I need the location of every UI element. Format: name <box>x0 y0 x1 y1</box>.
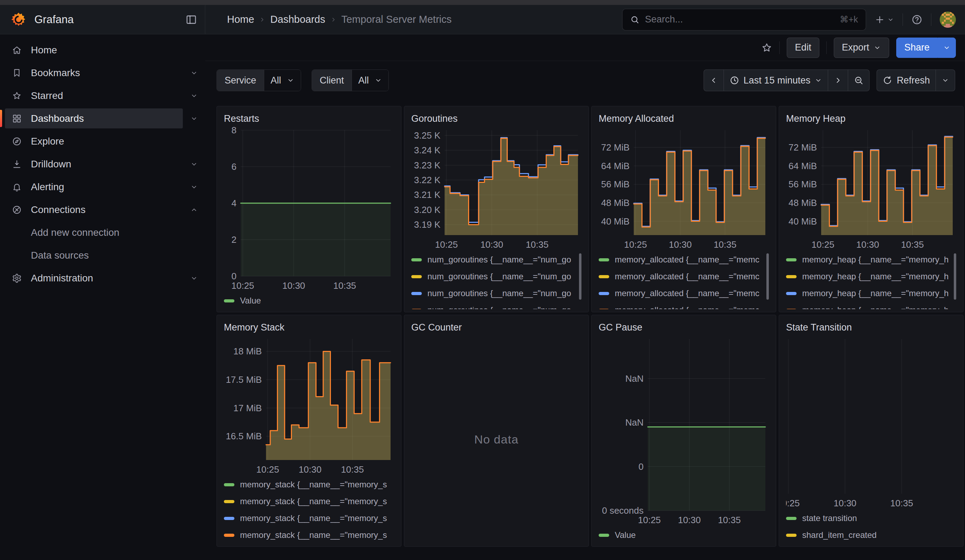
sidebar-collapse-toggle[interactable] <box>183 92 205 100</box>
svg-text:10:35: 10:35 <box>714 239 736 250</box>
time-back-button[interactable] <box>703 70 724 91</box>
sidebar-item-data-sources[interactable]: Data sources <box>5 245 183 265</box>
legend-item[interactable]: memory_stack {__name__="memory_s <box>224 510 394 527</box>
sidebar-row: Add new connection <box>0 222 205 242</box>
svg-text:0 seconds: 0 seconds <box>602 505 644 516</box>
variable-value[interactable]: All <box>264 70 301 91</box>
sidebar-collapse-toggle[interactable] <box>183 69 205 77</box>
variable-dropdown-client[interactable]: ClientAll <box>312 70 389 91</box>
legend-scrollbar[interactable] <box>579 253 581 300</box>
legend-item[interactable]: shard_item_created <box>786 527 956 544</box>
legend-scrollbar[interactable] <box>766 253 769 300</box>
variable-dropdown-service[interactable]: ServiceAll <box>216 70 301 91</box>
panel-title[interactable]: Memory Heap <box>786 111 956 127</box>
edit-button[interactable]: Edit <box>787 38 819 58</box>
sidebar-item-drilldown[interactable]: Drilldown <box>5 154 183 174</box>
legend-series-color <box>786 292 797 295</box>
sidebar-item-dashboards[interactable]: Dashboards <box>5 108 183 129</box>
panel-title[interactable]: GC Counter <box>411 319 581 335</box>
refresh-interval-chevron[interactable] <box>936 70 955 91</box>
search-input[interactable]: Search... ⌘+k <box>622 9 866 31</box>
sidebar-collapse-toggle[interactable] <box>183 274 205 282</box>
legend-item[interactable]: memory_heap {__name__="memory_h <box>786 251 956 268</box>
panel-chart[interactable]: 10:2510:3010:35 <box>786 335 956 510</box>
star-dashboard-button[interactable] <box>761 42 772 53</box>
zoom-out-button[interactable] <box>848 70 870 91</box>
chart-canvas[interactable]: 10:2510:3010:35 <box>786 335 956 510</box>
sidebar-row: Drilldown <box>0 154 205 174</box>
chevron-down-icon <box>943 44 950 52</box>
panel-title[interactable]: Memory Allocated <box>599 111 769 127</box>
breadcrumb-item[interactable]: Dashboards <box>270 14 325 25</box>
legend-item[interactable]: memory_allocated {__name__="memc <box>599 251 769 268</box>
share-menu-chevron[interactable] <box>938 38 956 58</box>
legend-series-color <box>411 258 422 261</box>
panel-legend: Value <box>599 527 769 544</box>
chart-canvas[interactable]: 10:2510:3010:3540 MiB48 MiB56 MiB64 MiB7… <box>786 127 956 251</box>
legend-item[interactable]: memory_allocated {__name__="memc <box>599 302 769 309</box>
legend-item[interactable]: memory_stack {__name__="memory_s <box>224 493 394 510</box>
legend-item[interactable]: memory_heap {__name__="memory_h <box>786 302 956 309</box>
legend-item[interactable]: Value <box>224 292 394 309</box>
share-button[interactable]: Share <box>896 38 938 58</box>
panel-title[interactable]: Memory Stack <box>224 319 394 335</box>
legend-item[interactable]: num_goroutines {__name__="num_go <box>411 268 581 285</box>
sidebar-item-explore[interactable]: Explore <box>5 131 183 151</box>
legend-item[interactable]: memory_stack {__name__="memory_s <box>224 476 394 493</box>
time-forward-button[interactable] <box>828 70 848 91</box>
legend-item[interactable]: num_goroutines {__name__="num_go <box>411 285 581 302</box>
panel-title[interactable]: State Transition <box>786 319 956 335</box>
help-button[interactable] <box>911 14 922 25</box>
sidebar-item-bookmarks[interactable]: Bookmarks <box>5 63 183 83</box>
sidebar-collapse-toggle[interactable] <box>183 160 205 168</box>
sidebar-collapse-toggle[interactable] <box>183 206 205 214</box>
sidebar-item-connections[interactable]: Connections <box>5 200 183 220</box>
help-circle-icon <box>911 14 922 25</box>
svg-text:10:25: 10:25 <box>638 515 661 525</box>
sidebar-item-add-new-connection[interactable]: Add new connection <box>5 222 183 242</box>
legend-item[interactable]: memory_allocated {__name__="memc <box>599 285 769 302</box>
sidebar-item-starred[interactable]: Starred <box>5 86 183 106</box>
time-range-picker[interactable]: Last 15 minutes <box>724 70 829 91</box>
breadcrumb-item[interactable]: Home <box>227 14 254 25</box>
legend-item[interactable]: Value <box>599 527 769 544</box>
panel-chart[interactable]: 10:2510:3010:3540 MiB48 MiB56 MiB64 MiB7… <box>599 127 769 251</box>
refresh-button[interactable]: Refresh <box>877 70 936 91</box>
variable-value[interactable]: All <box>352 70 388 91</box>
sidebar-collapse-toggle[interactable] <box>183 183 205 191</box>
new-create-button[interactable] <box>875 15 894 25</box>
chart-canvas[interactable]: 10:2510:3010:350 seconds0NaNNaN <box>599 335 769 527</box>
chart-canvas[interactable]: 10:2510:3010:3502468 <box>224 127 394 292</box>
legend-item[interactable]: num_goroutines {__name__="num_go <box>411 302 581 309</box>
export-button[interactable]: Export <box>834 38 889 58</box>
panel-chart[interactable]: 10:2510:3010:353.19 K3.20 K3.21 K3.22 K3… <box>411 127 581 251</box>
panel-chart[interactable]: 10:2510:3010:3516.5 MiB17 MiB17.5 MiB18 … <box>224 335 394 476</box>
panel-title[interactable]: Goroutines <box>411 111 581 127</box>
legend-item[interactable]: num_goroutines {__name__="num_go <box>411 251 581 268</box>
user-avatar[interactable] <box>940 11 956 28</box>
legend-item[interactable]: state transition <box>786 510 956 527</box>
panel-chart[interactable]: 10:2510:3010:3540 MiB48 MiB56 MiB64 MiB7… <box>786 127 956 251</box>
legend-item[interactable]: memory_heap {__name__="memory_h <box>786 268 956 285</box>
sidebar-item-alerting[interactable]: Alerting <box>5 177 183 197</box>
sidebar-item-label: Add new connection <box>31 227 119 238</box>
legend-scrollbar[interactable] <box>954 253 956 300</box>
legend-item[interactable]: memory_allocated {__name__="memc <box>599 268 769 285</box>
drilldown-icon <box>12 159 22 169</box>
panel-chart[interactable]: 10:2510:3010:350 seconds0NaNNaN <box>599 335 769 527</box>
sidebar-collapse-toggle[interactable] <box>183 115 205 122</box>
legend-series-color <box>224 500 234 503</box>
chart-canvas[interactable]: 10:2510:3010:3516.5 MiB17 MiB17.5 MiB18 … <box>224 335 394 476</box>
legend-series-color <box>224 299 234 302</box>
chart-canvas[interactable]: 10:2510:3010:353.19 K3.20 K3.21 K3.22 K3… <box>411 127 581 251</box>
sidebar-toggle-icon[interactable] <box>185 14 197 26</box>
sidebar-item-administration[interactable]: Administration <box>5 268 183 288</box>
sidebar-item-home[interactable]: Home <box>5 40 183 60</box>
panel-title[interactable]: Restarts <box>224 111 394 127</box>
legend-item[interactable]: memory_heap {__name__="memory_h <box>786 285 956 302</box>
panel-chart[interactable]: 10:2510:3010:3502468 <box>224 127 394 292</box>
panel-title[interactable]: GC Pause <box>599 319 769 335</box>
toolbar-divider <box>779 41 780 54</box>
legend-item[interactable]: memory_stack {__name__="memory_s <box>224 527 394 544</box>
chart-canvas[interactable]: 10:2510:3010:3540 MiB48 MiB56 MiB64 MiB7… <box>599 127 769 251</box>
